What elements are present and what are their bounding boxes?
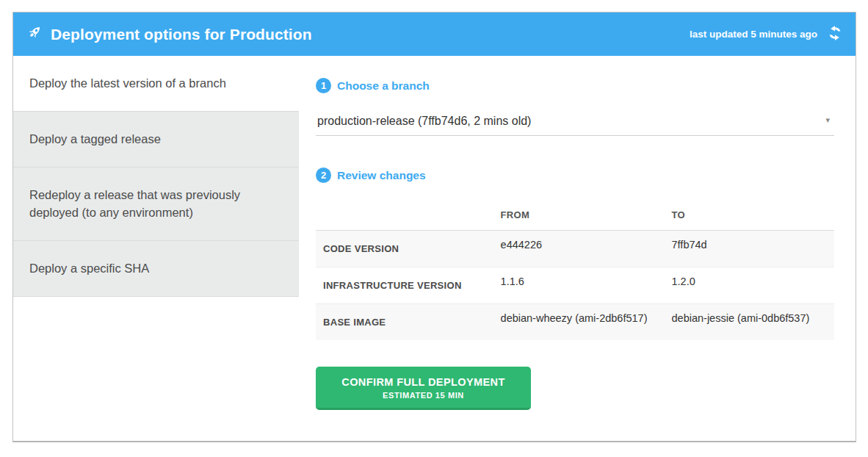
table-row-code-version: CODE VERSION e444226 7ffb74d (316, 231, 834, 267)
table-row-base-image: BASE IMAGE debian-wheezy (ami-2db6f517) … (316, 304, 834, 341)
sidebar-item-latest-branch[interactable]: Deploy the latest version of a branch (13, 56, 299, 111)
branch-select-value: production-release (7ffb74d6, 2 mins old… (317, 115, 531, 127)
column-header-from: FROM (495, 199, 666, 231)
row-to-value: 7ffb74d (666, 231, 834, 267)
deployment-panel: Deployment options for Production last u… (12, 12, 856, 442)
last-updated-text: last updated 5 minutes ago (690, 29, 817, 40)
step-2-title: Review changes (337, 169, 426, 182)
sidebar-item-specific-sha[interactable]: Deploy a specific SHA (13, 240, 299, 297)
row-label: BASE IMAGE (316, 304, 495, 341)
step-1-badge: 1 (316, 78, 331, 93)
confirm-deployment-button[interactable]: CONFIRM FULL DEPLOYMENT ESTIMATED 15 MIN (316, 367, 531, 410)
step-1-title: Choose a branch (337, 79, 430, 93)
branch-select[interactable]: production-release (7ffb74d6, 2 mins old… (316, 113, 834, 136)
row-label: INFRASTRUCTURE VERSION (316, 267, 495, 304)
deployment-type-sidebar: Deploy the latest version of a branch De… (13, 56, 299, 442)
confirm-button-estimate: ESTIMATED 15 MIN (323, 391, 524, 400)
row-from-value: debian-wheezy (ami-2db6f517) (495, 304, 666, 341)
sidebar-item-label: Deploy the latest version of a branch (29, 76, 226, 90)
sidebar-item-label: Redeploy a release that was previously d… (29, 188, 240, 220)
rocket-icon (26, 24, 43, 44)
chevron-down-icon: ▾ (825, 115, 830, 125)
row-from-value: 1.1.6 (495, 267, 666, 304)
sidebar-item-label: Deploy a specific SHA (29, 262, 149, 275)
main-content: 1 Choose a branch production-release (7f… (299, 56, 856, 442)
sidebar-item-redeploy-release[interactable]: Redeploy a release that was previously d… (13, 167, 299, 241)
step-review-changes-heading: 2 Review changes (316, 168, 834, 183)
row-to-value: debian-jessie (ami-0db6f537) (666, 304, 834, 341)
column-header-to: TO (666, 199, 834, 231)
row-from-value: e444226 (495, 231, 666, 267)
sidebar-item-label: Deploy a tagged release (29, 132, 161, 145)
review-changes-table: FROM TO CODE VERSION e444226 7ffb74d INF… (316, 199, 834, 340)
table-header-row: FROM TO (316, 199, 834, 231)
row-to-value: 1.2.0 (666, 267, 834, 304)
row-label: CODE VERSION (316, 231, 495, 267)
confirm-button-label: CONFIRM FULL DEPLOYMENT (323, 376, 524, 388)
refresh-icon[interactable] (826, 24, 844, 45)
table-row-infrastructure-version: INFRASTRUCTURE VERSION 1.1.6 1.2.0 (316, 267, 834, 304)
column-header-label (316, 199, 495, 231)
page-title: Deployment options for Production (51, 26, 312, 43)
panel-header: Deployment options for Production last u… (13, 12, 856, 56)
step-2-badge: 2 (316, 168, 331, 183)
sidebar-item-tagged-release[interactable]: Deploy a tagged release (13, 111, 299, 167)
step-choose-branch-heading: 1 Choose a branch (316, 78, 834, 93)
